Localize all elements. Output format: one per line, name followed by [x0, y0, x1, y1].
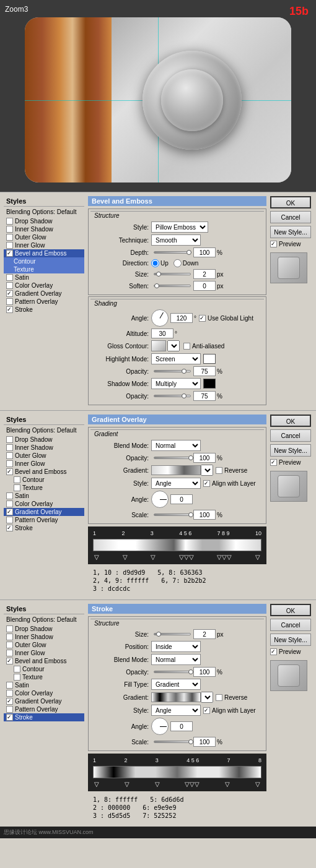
grad-scale-thumb[interactable]: [188, 512, 193, 517]
shadow-opacity-thumb[interactable]: [182, 393, 187, 398]
stroke-opacity-slider[interactable]: [154, 671, 191, 673]
grad-angle-input[interactable]: [170, 494, 193, 504]
size-thumb[interactable]: [156, 272, 161, 277]
stroke-angle-input[interactable]: [170, 721, 193, 731]
new-style-button-1[interactable]: New Style...: [270, 226, 311, 238]
shadow-mode-select[interactable]: Multiply: [151, 378, 201, 389]
style-select[interactable]: Pillow Emboss: [151, 221, 208, 233]
stroke-scale-input[interactable]: [193, 737, 216, 747]
outer-glow-check-1[interactable]: [6, 234, 13, 241]
pattern-overlay-check-1[interactable]: [6, 298, 13, 305]
style-texture-1[interactable]: Texture: [4, 265, 84, 273]
highlight-opacity-slider[interactable]: [154, 370, 191, 372]
stroke-opacity-input[interactable]: [193, 667, 216, 677]
grad-angle-circle[interactable]: [151, 491, 169, 508]
style-drop-shadow-2[interactable]: Drop Shadow: [4, 436, 84, 444]
preview-check-1[interactable]: Preview: [270, 241, 301, 247]
style-stroke-1[interactable]: Stroke: [4, 306, 84, 314]
depth-slider[interactable]: [154, 251, 191, 254]
highlight-opacity-input[interactable]: [193, 366, 216, 376]
style-outer-glow-2[interactable]: Outer Glow: [4, 452, 84, 460]
stroke-check-1[interactable]: [6, 306, 13, 313]
reverse-check-1[interactable]: Reverse: [216, 467, 247, 474]
align-layer-check-1[interactable]: Align with Layer: [203, 480, 256, 487]
style-inner-glow-2[interactable]: Inner Glow: [4, 460, 84, 468]
stroke-align-layer-check[interactable]: Align with Layer: [203, 707, 256, 714]
grad-opacity-thumb[interactable]: [188, 455, 193, 460]
anti-aliased-checkbox[interactable]: [183, 343, 190, 350]
style-stroke-2[interactable]: Stroke: [4, 524, 84, 532]
style-bevel-emboss-3[interactable]: Bevel and Emboss: [4, 657, 84, 665]
grad-blend-mode-select[interactable]: Normal: [151, 440, 201, 451]
stroke-gradient-dropdown[interactable]: [201, 692, 213, 703]
size-input[interactable]: [193, 269, 216, 279]
grad-opacity-input[interactable]: [193, 453, 216, 463]
direction-down[interactable]: Down: [173, 259, 199, 267]
stroke-angle-circle[interactable]: [151, 718, 169, 735]
grad-style-select[interactable]: Angle: [151, 478, 201, 489]
style-satin-2[interactable]: Satin: [4, 492, 84, 500]
style-contour-3[interactable]: Contour: [4, 665, 84, 673]
gradient-dropdown-1[interactable]: [201, 465, 213, 476]
global-light-checkbox[interactable]: [199, 315, 206, 322]
cancel-button-1[interactable]: Cancel: [270, 211, 311, 223]
style-inner-glow-3[interactable]: Inner Glow: [4, 649, 84, 657]
altitude-input[interactable]: [151, 329, 173, 338]
style-drop-shadow-1[interactable]: Drop Shadow: [4, 217, 84, 225]
stroke-gradient-preview[interactable]: [151, 692, 201, 702]
style-satin-3[interactable]: Satin: [4, 681, 84, 689]
satin-check-1[interactable]: [6, 274, 13, 281]
stroke-style-select[interactable]: Angle: [151, 705, 201, 716]
style-satin-1[interactable]: Satin: [4, 273, 84, 281]
shadow-color-swatch[interactable]: [203, 379, 216, 389]
color-overlay-check-1[interactable]: [6, 282, 13, 289]
style-contour-2[interactable]: Contour: [4, 476, 84, 484]
style-inner-shadow-2[interactable]: Inner Shadow: [4, 444, 84, 452]
bevel-emboss-check-1[interactable]: [6, 250, 13, 257]
ok-button-3[interactable]: OK: [270, 604, 311, 616]
grad-opacity-slider[interactable]: [154, 457, 191, 459]
highlight-mode-select[interactable]: Screen: [151, 353, 201, 364]
style-texture-3[interactable]: Texture: [4, 673, 84, 681]
stroke-scale-slider[interactable]: [154, 741, 191, 743]
stroke-size-thumb[interactable]: [156, 632, 161, 637]
gradient-bar-2[interactable]: [93, 766, 261, 778]
fill-type-select[interactable]: Gradient: [151, 679, 201, 690]
style-color-overlay-1[interactable]: Color Overlay: [4, 281, 84, 290]
drop-shadow-check-1[interactable]: [6, 218, 13, 225]
new-style-button-3[interactable]: New Style...: [270, 634, 311, 646]
style-inner-glow-1[interactable]: Inner Glow: [4, 241, 84, 249]
stroke-opacity-thumb[interactable]: [188, 669, 193, 674]
shadow-opacity-slider[interactable]: [154, 395, 191, 397]
highlight-opacity-thumb[interactable]: [182, 369, 187, 374]
direction-up[interactable]: Up: [151, 259, 169, 267]
inner-shadow-check-1[interactable]: [6, 226, 13, 233]
style-stroke-3[interactable]: Stroke: [4, 713, 84, 721]
depth-thumb[interactable]: [187, 250, 191, 255]
stroke-size-slider[interactable]: [154, 633, 191, 635]
style-bevel-emboss-2[interactable]: Bevel and Emboss: [4, 468, 84, 476]
style-texture-2[interactable]: Texture: [4, 484, 84, 492]
stroke-blend-mode-select[interactable]: Normal: [151, 654, 201, 665]
stroke-size-input[interactable]: [193, 629, 216, 639]
size-slider[interactable]: [154, 273, 191, 275]
style-inner-shadow-1[interactable]: Inner Shadow: [4, 225, 84, 233]
style-pattern-overlay-1[interactable]: Pattern Overlay: [4, 298, 84, 306]
style-bevel-emboss-1[interactable]: Bevel and Emboss: [4, 249, 84, 257]
depth-input[interactable]: [193, 247, 216, 257]
highlight-color-swatch[interactable]: [203, 354, 216, 364]
new-style-button-2[interactable]: New Style...: [270, 444, 311, 457]
style-inner-shadow-3[interactable]: Inner Shadow: [4, 633, 84, 641]
style-color-overlay-2[interactable]: Color Overlay: [4, 500, 84, 508]
cancel-button-2[interactable]: Cancel: [270, 429, 311, 442]
soften-thumb[interactable]: [154, 283, 159, 288]
style-color-overlay-3[interactable]: Color Overlay: [4, 689, 84, 697]
stroke-scale-thumb[interactable]: [188, 739, 193, 744]
grad-scale-slider[interactable]: [154, 513, 191, 516]
soften-input[interactable]: [193, 281, 216, 291]
technique-select[interactable]: Smooth: [151, 234, 201, 246]
style-contour-1[interactable]: Contour: [4, 257, 84, 265]
shadow-opacity-input[interactable]: [193, 391, 216, 401]
global-light-check[interactable]: Use Global Light: [199, 315, 253, 322]
style-outer-glow-1[interactable]: Outer Glow: [4, 233, 84, 241]
